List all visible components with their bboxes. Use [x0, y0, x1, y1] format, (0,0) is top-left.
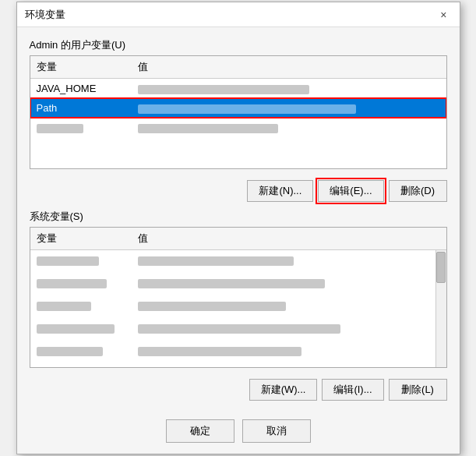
dialog-footer: 确定 取消: [17, 412, 460, 454]
sys-section-label: 系统变量(S): [30, 210, 447, 224]
dialog-body: Admin 的用户变量(U) 变量 值 JAVA_HOME Path: [17, 27, 460, 412]
blurred-value: [138, 85, 309, 94]
blurred-val: [138, 124, 278, 133]
dialog-title: 环境变量: [25, 8, 65, 22]
user-variables-section: Admin 的用户变量(U) 变量 值 JAVA_HOME Path: [30, 38, 447, 169]
sys-table-header: 变量 值: [30, 228, 446, 250]
user-col-val: 值: [132, 58, 446, 76]
blurred-sys-var: [37, 302, 91, 311]
blurred-sys-var: [37, 324, 115, 334]
scrollbar-thumb[interactable]: [436, 252, 446, 283]
table-row-path[interactable]: Path: [30, 98, 446, 118]
var-cell-blur: [30, 120, 132, 135]
user-edit-button[interactable]: 编辑(E)...: [318, 180, 383, 202]
close-button[interactable]: ×: [435, 7, 451, 23]
table-row[interactable]: [30, 341, 446, 360]
blurred-sys-var: [37, 256, 99, 266]
user-button-row: 新建(N)... 编辑(E)... 删除(D): [30, 180, 447, 202]
cancel-button[interactable]: 取消: [242, 419, 311, 443]
user-new-button[interactable]: 新建(N)...: [247, 180, 313, 202]
val-cell-blur: [132, 120, 446, 135]
blurred-sys-var: [37, 347, 103, 356]
user-col-var: 变量: [30, 58, 132, 76]
user-delete-button[interactable]: 删除(D): [389, 180, 447, 202]
sys-col-val: 值: [132, 230, 446, 247]
table-spacer: [30, 137, 446, 168]
blurred-sys-val: [138, 302, 286, 311]
table-row[interactable]: [30, 318, 446, 338]
var-cell-path: Path: [30, 101, 132, 115]
title-bar: 环境变量 ×: [17, 2, 460, 27]
val-cell: [132, 81, 446, 96]
scrollbar-track[interactable]: [435, 250, 446, 367]
blurred-var: [37, 124, 83, 133]
blurred-sys-val: [138, 256, 294, 266]
sys-delete-button[interactable]: 删除(L): [389, 379, 447, 401]
table-row[interactable]: [30, 250, 446, 270]
sys-button-row: 新建(W)... 编辑(I)... 删除(L): [30, 379, 447, 401]
sys-new-button[interactable]: 新建(W)...: [249, 379, 318, 401]
blurred-sys-val: [138, 324, 340, 334]
table-row[interactable]: JAVA_HOME: [30, 79, 446, 98]
table-row[interactable]: [30, 295, 446, 315]
blurred-sys-var: [37, 279, 107, 288]
sys-variables-table: 变量 值: [30, 227, 447, 368]
var-cell: JAVA_HOME: [30, 81, 132, 96]
sys-rows-container: [30, 250, 446, 367]
table-row[interactable]: [30, 273, 446, 292]
blurred-sys-val: [138, 347, 301, 356]
user-table-header: 变量 值: [30, 56, 446, 79]
val-cell-path: [132, 101, 446, 115]
ok-button[interactable]: 确定: [166, 419, 234, 443]
user-section-label: Admin 的用户变量(U): [30, 38, 447, 52]
blurred-sys-val: [138, 279, 325, 288]
table-row[interactable]: [30, 118, 446, 137]
blurred-path-value: [138, 104, 356, 114]
sys-edit-button[interactable]: 编辑(I)...: [322, 379, 383, 401]
system-variables-section: 系统变量(S) 变量 值: [30, 210, 447, 368]
user-variables-table: 变量 值 JAVA_HOME Path: [30, 55, 447, 169]
environment-variables-dialog: 环境变量 × Admin 的用户变量(U) 变量 值 JAVA_HOME: [16, 2, 460, 454]
sys-col-var: 变量: [30, 230, 132, 247]
